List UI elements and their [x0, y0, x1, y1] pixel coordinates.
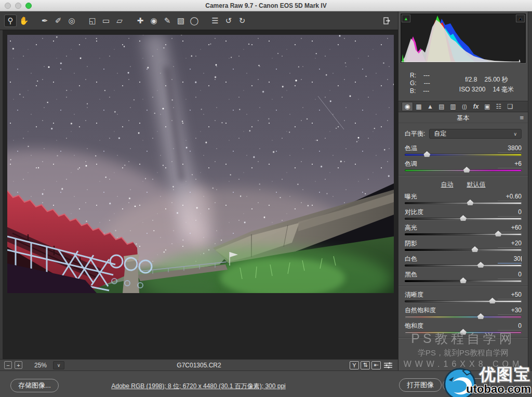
- tint-slider[interactable]: [405, 169, 522, 171]
- capture-settings: f/2.825.00 秒 ISO 320014 毫米: [450, 75, 523, 95]
- tab-snapshots[interactable]: ❏: [504, 102, 516, 111]
- straighten-tool[interactable]: ▭: [100, 15, 112, 27]
- default-link[interactable]: 默认值: [467, 180, 486, 189]
- exposure-value[interactable]: +0.60: [498, 193, 522, 201]
- histogram[interactable]: ▲ ▲: [401, 14, 526, 63]
- rotate-cw-icon: ↻: [239, 16, 246, 25]
- preferences-tool[interactable]: ☰: [209, 15, 221, 27]
- panel-scrollbar[interactable]: [528, 11, 532, 370]
- divider: [398, 175, 528, 176]
- chevron-down-icon: ∨: [53, 361, 64, 369]
- transform-tool[interactable]: ▱: [113, 15, 126, 27]
- list-icon: ☰: [211, 16, 218, 25]
- tab-presets[interactable]: ☷: [493, 102, 504, 111]
- shadows-value[interactable]: +20: [498, 240, 522, 248]
- white-balance-value: 自定: [434, 129, 446, 138]
- photo-preview[interactable]: [7, 35, 394, 293]
- slider-contrast: 对比度0: [398, 206, 528, 220]
- tab-lens-corrections[interactable]: (|): [459, 102, 470, 111]
- logo-domain-text: utobao.com: [466, 382, 531, 396]
- highlights-value[interactable]: +60: [498, 224, 522, 232]
- open-image-button[interactable]: 打开图像: [399, 378, 442, 392]
- highlight-clipping-toggle[interactable]: ▲: [516, 15, 525, 22]
- targeted-adjustment-tool[interactable]: ◎: [65, 15, 78, 27]
- toolbar: ⚲ ✋ ✒ ✐ ◎ ◱ ▭ ▱ ✚ ◉ ✎ ▧ ◯ ☰ ↺ ↻: [0, 11, 398, 30]
- before-after-icon: Y: [352, 362, 356, 368]
- eyedropper-icon: ✒: [42, 16, 48, 25]
- clarity-slider[interactable]: [405, 300, 522, 302]
- panel-menu-button[interactable]: ≡: [520, 114, 524, 122]
- tab-tone-curve[interactable]: ▦: [413, 102, 424, 111]
- zoom-out-button[interactable]: −: [4, 361, 12, 369]
- radial-filter-tool[interactable]: ◯: [188, 15, 201, 27]
- divider: [398, 286, 528, 287]
- level-icon: ▭: [102, 16, 110, 25]
- shadows-slider[interactable]: [405, 249, 522, 251]
- tab-effects[interactable]: fx: [470, 102, 482, 111]
- target-icon: ◎: [68, 16, 75, 25]
- rotate-right-tool[interactable]: ↻: [236, 15, 248, 27]
- zoom-level-select[interactable]: 25% ∨: [28, 361, 64, 369]
- temperature-value[interactable]: 3800: [498, 144, 522, 153]
- tab-split-toning[interactable]: ▥: [447, 102, 459, 111]
- slider-temperature: 色温3800: [398, 142, 528, 156]
- vibrance-value[interactable]: +30: [498, 307, 522, 315]
- highlights-slider[interactable]: [405, 233, 522, 235]
- tab-hsl-grayscale[interactable]: ▤: [436, 102, 447, 111]
- zoom-tool[interactable]: ⚲: [4, 15, 17, 27]
- tab-camera-calibration[interactable]: ▣: [482, 102, 493, 111]
- whites-value[interactable]: 30: [498, 255, 522, 263]
- cycle-views-button[interactable]: ⇅: [361, 361, 370, 369]
- copy-settings-button[interactable]: ⇤: [371, 361, 381, 369]
- temperature-slider[interactable]: [405, 154, 522, 156]
- presets-sliders-icon: ☷: [496, 103, 502, 110]
- fullscreen-icon: [382, 17, 391, 25]
- tab-detail[interactable]: ▲: [424, 102, 436, 111]
- color-sampler-tool[interactable]: ✐: [52, 15, 64, 27]
- contrast-slider[interactable]: [405, 218, 522, 220]
- focal-length-value: 14 毫米: [493, 86, 514, 93]
- graduated-filter-tool[interactable]: ▧: [175, 15, 187, 27]
- spot-removal-tool[interactable]: ✚: [134, 15, 147, 27]
- before-after-toggle-button[interactable]: Y: [350, 361, 359, 369]
- exposure-slider[interactable]: [405, 202, 522, 204]
- preview-preferences-button[interactable]: [382, 361, 394, 369]
- shadow-clip-icon: ▲: [404, 16, 408, 21]
- tab-basic[interactable]: ◉: [402, 102, 413, 111]
- heal-icon: ✚: [137, 16, 144, 25]
- blacks-slider[interactable]: [405, 280, 522, 282]
- zoom-icon: ⚲: [8, 16, 14, 25]
- blacks-value[interactable]: 0: [498, 271, 522, 279]
- zoom-in-button[interactable]: +: [15, 361, 22, 369]
- utobao-logo: 优图宝 utobao.com: [440, 365, 532, 397]
- window-title: Camera Raw 9.7 - Canon EOS 5D Mark IV: [0, 2, 532, 9]
- whites-slider[interactable]: [405, 264, 522, 267]
- slider-vibrance: 自然饱和度+30: [398, 304, 528, 318]
- temperature-label: 色温: [405, 144, 417, 153]
- auto-link[interactable]: 自动: [441, 180, 454, 189]
- white-balance-tool[interactable]: ✒: [38, 15, 51, 27]
- crop-tool[interactable]: ◱: [86, 15, 99, 27]
- exif-info: R:--- G:--- B:--- f/2.825.00 秒 ISO 32001…: [398, 65, 528, 100]
- contrast-value[interactable]: 0: [498, 208, 522, 217]
- red-eye-tool[interactable]: ◉: [148, 15, 160, 27]
- rotate-left-tool[interactable]: ↺: [222, 15, 235, 27]
- night-sky-photo: [7, 35, 394, 293]
- clarity-value[interactable]: +50: [498, 291, 522, 299]
- histogram-plot: [401, 14, 525, 62]
- basic-panel-content: 白平衡: 自定 ∨ 色温3800 色调+6 自动 默认值 曝光+0.60: [398, 124, 528, 340]
- plus-icon: +: [17, 362, 20, 368]
- shadow-clipping-toggle[interactable]: ▲: [402, 15, 410, 22]
- toggle-fullscreen-button[interactable]: [380, 15, 393, 27]
- white-balance-select[interactable]: 自定 ∨: [429, 129, 522, 139]
- panel-tabs: ◉ ▦ ▲ ▤ ▥ (|) fx ▣ ☷ ❏: [398, 101, 528, 112]
- adjustment-brush-tool[interactable]: ✎: [161, 15, 174, 27]
- tint-label: 色调: [405, 160, 417, 168]
- adjustments-panel: ▲ ▲ R:--- G:--- B:--- f/2.825.00 秒 ISO 3…: [398, 11, 528, 370]
- hand-tool[interactable]: ✋: [18, 15, 30, 27]
- camera-raw-window: Camera Raw 9.7 - Canon EOS 5D Mark IV ⚲ …: [0, 0, 532, 397]
- tint-value[interactable]: +6: [498, 160, 522, 168]
- highlights-label: 高光: [405, 223, 417, 232]
- vibrance-slider[interactable]: [405, 316, 522, 318]
- workflow-options-link[interactable]: Adobe RGB (1998); 8 位; 6720 x 4480 (30.1…: [0, 382, 397, 391]
